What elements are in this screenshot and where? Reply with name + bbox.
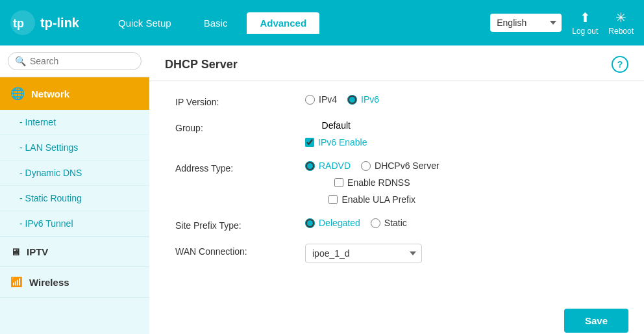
wan-connection-row: WAN Connection: ipoe_1_d [175,244,618,263]
group-value: Default [322,120,351,131]
network-section-header[interactable]: 🌐 Network [0,77,149,110]
ipv6-label: IPv6 [361,94,379,105]
ula-label: Enable ULA Prefix [341,194,415,205]
search-wrapper: 🔍 [8,52,142,70]
logo-area: tp tp-link [10,10,79,35]
reboot-button[interactable]: ✳ Reboot [608,10,634,36]
content-area: DHCP Server ? IP Version: IPv4 IPv6 [149,45,644,334]
logout-button[interactable]: ⬆ Log out [572,10,598,36]
ula-checkbox[interactable] [328,195,338,204]
ipv6-radio[interactable] [347,95,357,105]
logout-label: Log out [572,27,598,36]
wan-connection-control: ipoe_1_d [305,244,422,263]
address-type-row: Address Type: RADVD DHCPv6 Server [175,161,618,205]
ipv6-option[interactable]: IPv6 [347,94,379,105]
brand-name: tp-link [40,16,79,31]
dhcpv6-option[interactable]: DHCPv6 Server [361,161,440,171]
address-type-control: RADVD DHCPv6 Server Enable RDNSS Enabl [305,161,440,205]
page-title: DHCP Server [165,58,238,71]
reboot-icon: ✳ [615,10,626,25]
nav-actions: EnglishChineseFrenchGerman ⬆ Log out ✳ R… [490,10,634,36]
sidebar-section-iptv: 🖥 IPTV [0,237,149,267]
network-label: Network [31,88,69,99]
dhcpv6-label: DHCPv6 Server [375,161,440,171]
wireless-label: Wireless [29,277,69,288]
enable-ula-option[interactable]: Enable ULA Prefix [328,194,415,205]
static-radio[interactable] [371,218,380,228]
save-button[interactable]: Save [564,309,628,333]
sidebar: 🔍 🌐 Network - Internet - LAN Settings - … [0,45,149,334]
delegated-label: Delegated [319,218,360,228]
tab-quick-setup[interactable]: Quick Setup [105,12,184,34]
radvd-option[interactable]: RADVD [305,161,351,171]
ipv4-label: IPv4 [319,94,337,105]
tab-advanced[interactable]: Advanced [247,12,319,34]
delegated-option[interactable]: Delegated [305,218,360,228]
rdnss-checkbox[interactable] [334,178,343,187]
static-label: Static [384,218,407,228]
wan-connection-label: WAN Connection: [175,244,305,257]
ipv6-enable-label: IPv6 Enable [318,137,367,148]
ip-version-control: IPv4 IPv6 [305,94,379,105]
static-option[interactable]: Static [371,218,407,228]
help-icon[interactable]: ? [612,56,628,73]
network-item-dns[interactable]: - Dynamic DNS [0,161,149,186]
tab-basic[interactable]: Basic [191,12,241,34]
site-prefix-row: Site Prefix Type: Delegated Static [175,218,618,231]
search-input[interactable] [30,56,143,66]
wifi-icon: 📶 [10,276,23,288]
iptv-section-header[interactable]: 🖥 IPTV [0,237,149,266]
ip-version-label: IP Version: [175,94,305,107]
delegated-radio[interactable] [305,218,315,228]
iptv-label: IPTV [27,246,48,257]
radvd-radio[interactable] [305,161,315,171]
sidebar-section-network: 🌐 Network - Internet - LAN Settings - Dy… [0,77,149,237]
address-type-label: Address Type: [175,161,305,173]
wan-connection-select[interactable]: ipoe_1_d [305,244,422,263]
logout-icon: ⬆ [580,10,591,25]
save-btn-row: Save [149,296,644,334]
wireless-section-header[interactable]: 📶 Wireless [0,267,149,298]
enable-rdnss-option[interactable]: Enable RDNSS [334,177,410,188]
ipv6-enable-option[interactable]: IPv6 Enable [305,137,367,148]
form-area: IP Version: IPv4 IPv6 Group: Default [149,81,644,289]
svg-text:tp: tp [13,17,24,30]
site-prefix-label: Site Prefix Type: [175,218,305,231]
group-control: Default IPv6 Enable [305,120,367,148]
address-type-radio-group: RADVD DHCPv6 Server [305,161,440,171]
globe-icon: 🌐 [10,86,25,101]
dhcpv6-radio[interactable] [361,161,371,171]
sidebar-section-wireless: 📶 Wireless [0,267,149,298]
network-item-lan[interactable]: - LAN Settings [0,135,149,161]
top-nav: tp tp-link Quick Setup Basic Advanced En… [0,0,644,45]
network-item-internet[interactable]: - Internet [0,110,149,135]
ipv4-option[interactable]: IPv4 [305,94,337,105]
group-row: Group: Default IPv6 Enable [175,120,618,148]
network-item-ipv6tunnel[interactable]: - IPv6 Tunnel [0,211,149,237]
radvd-label: RADVD [319,161,351,171]
nav-tabs: Quick Setup Basic Advanced [105,12,490,34]
network-item-routing[interactable]: - Static Routing [0,186,149,211]
search-box: 🔍 [0,45,149,77]
ip-version-row: IP Version: IPv4 IPv6 [175,94,618,107]
main-area: 🔍 🌐 Network - Internet - LAN Settings - … [0,45,644,334]
ipv6-enable-checkbox[interactable] [305,138,314,147]
group-label: Group: [175,120,305,133]
rdnss-label: Enable RDNSS [347,177,410,188]
site-prefix-control: Delegated Static [305,218,407,228]
search-icon: 🔍 [15,56,26,66]
content-header: DHCP Server ? [149,45,644,81]
tplink-logo: tp [10,10,35,35]
monitor-icon: 🖥 [10,246,20,257]
ipv4-radio[interactable] [305,95,315,105]
language-select[interactable]: EnglishChineseFrenchGerman [490,14,562,32]
reboot-label: Reboot [608,27,634,36]
